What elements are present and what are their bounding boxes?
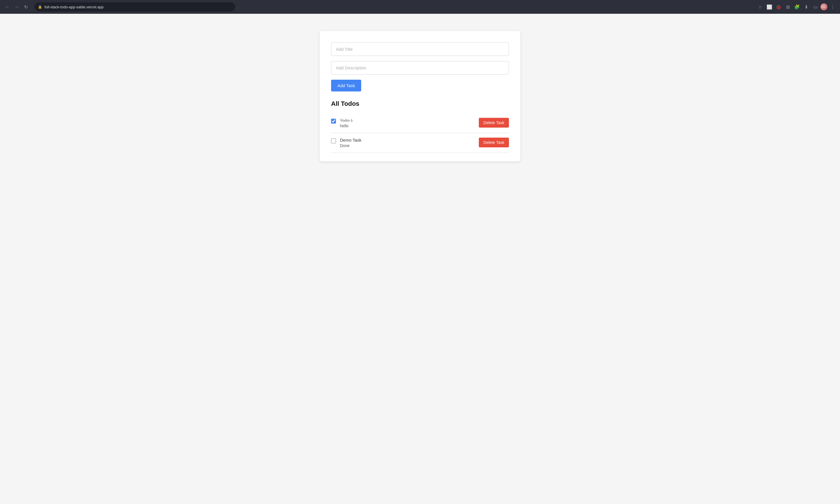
puzzle-button[interactable]: 🧩 [793,3,801,11]
main-card: Add Task All Todos Todo 1helloDelete Tas… [320,31,520,161]
todo-content-1: Demo TaskDone [340,138,475,148]
security-icon: 🔒 [38,5,42,9]
todo-checkbox-0[interactable] [331,119,336,124]
browser-actions: ☆ ⬜ 🐞 ⊞ 🧩 ⬇ ▭ OC ⋮ [756,3,837,11]
page-content: Add Task All Todos Todo 1helloDelete Tas… [0,14,840,504]
nav-buttons: ← → ↻ [3,3,30,11]
browser-chrome: ← → ↻ 🔒 full-stack-todo-app-sable.vercel… [0,0,840,14]
description-input[interactable] [331,61,509,74]
todo-description-1: Done [340,143,475,148]
sidebar-button[interactable]: ▭ [811,3,819,11]
todo-item: Demo TaskDoneDelete Task [331,133,509,153]
todo-checkbox-1[interactable] [331,139,336,143]
todo-title-0: Todo 1 [340,118,475,123]
reload-button[interactable]: ↻ [22,3,30,11]
grid-button[interactable]: ⊞ [784,3,792,11]
profile-avatar[interactable]: OC [821,3,827,10]
url-text: full-stack-todo-app-sable.vercel.app [45,5,104,9]
menu-button[interactable]: ⋮ [828,3,837,11]
addon-button[interactable]: 🐞 [775,3,783,11]
address-bar[interactable]: 🔒 full-stack-todo-app-sable.vercel.app [34,2,235,12]
todo-description-0: hello [340,124,475,128]
todo-title-1: Demo Task [340,138,475,143]
download-button[interactable]: ⬇ [802,3,810,11]
add-task-button[interactable]: Add Task [331,80,361,91]
delete-task-button-0[interactable]: Delete Task [479,118,509,128]
all-todos-heading: All Todos [331,100,509,108]
todo-content-0: Todo 1hello [340,118,475,128]
delete-task-button-1[interactable]: Delete Task [479,138,509,147]
star-button[interactable]: ☆ [756,3,764,11]
extensions-button[interactable]: ⬜ [765,3,773,11]
forward-button[interactable]: → [13,3,21,11]
todo-list: Todo 1helloDelete TaskDemo TaskDoneDelet… [331,113,509,153]
back-button[interactable]: ← [3,3,12,11]
title-input[interactable] [331,42,509,56]
todo-item: Todo 1helloDelete Task [331,113,509,133]
